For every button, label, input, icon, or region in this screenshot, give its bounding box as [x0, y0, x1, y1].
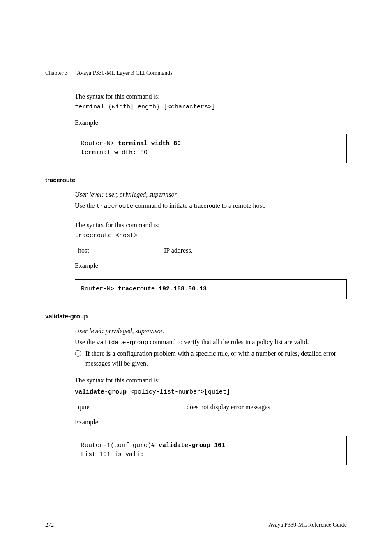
command-description: Use the validate-group command to verify… [75, 337, 347, 348]
param-name: quiet [78, 403, 185, 411]
param-desc: IP address. [164, 247, 193, 254]
syntax-code: traceroute <host> [75, 231, 347, 240]
param-row: quiet does not display error messages [78, 403, 347, 411]
info-text: If there is a configuration problem with… [85, 350, 336, 366]
syntax-label: The syntax for this command is: [75, 220, 347, 230]
desc-post: command to initiate a traceroute to a re… [133, 202, 265, 209]
chapter-label: Chapter 3 [45, 70, 68, 76]
example-label: Example: [75, 417, 347, 427]
param-name: host [78, 247, 162, 254]
user-level: User level: user, privileged, supervisor [75, 190, 347, 199]
code-prompt: Router-N> [81, 140, 118, 147]
desc-post: command to verify that all the rules in … [148, 339, 309, 345]
param-desc: does not display error messages [187, 403, 270, 410]
section-heading-traceroute: traceroute [45, 176, 347, 183]
code-output: List 101 is valid [81, 451, 144, 458]
code-example: Router-N> traceroute 192.168.50.13 [75, 279, 347, 299]
desc-pre: Use the [75, 202, 96, 209]
example-label: Example: [75, 119, 347, 127]
user-level: User level: privileged, supervisor. [75, 326, 347, 336]
code-command: validate-group 101 [159, 442, 225, 449]
desc-pre: Use the [75, 339, 96, 345]
page-footer: 272 Avaya P330-ML Reference Guide [45, 519, 347, 528]
example-label: Example: [75, 261, 347, 270]
code-command: terminal width 80 [118, 140, 181, 147]
desc-cmd: validate-group [96, 339, 148, 346]
syntax-code: validate-group <policy-list-number>[quie… [75, 387, 347, 397]
code-command: traceroute 192.168.50.13 [118, 286, 207, 292]
section-heading-validate-group: validate-group [45, 313, 347, 320]
syntax-code: terminal {width|length} [<characters>] [75, 103, 347, 112]
syntax-label: The syntax for this command is: [75, 375, 347, 385]
syntax-bold: validate-group [75, 389, 127, 396]
page-content: Chapter 3 Avaya P330-ML Layer 3 CLI Comm… [0, 0, 392, 465]
syntax-label: The syntax for this command is: [75, 92, 347, 101]
code-output: terminal width: 80 [81, 149, 148, 156]
page-header: Chapter 3 Avaya P330-ML Layer 3 CLI Comm… [45, 69, 347, 79]
code-example: Router-1(configure)# validate-group 101 … [75, 436, 347, 465]
code-example: Router-N> terminal width 80 terminal wid… [75, 134, 347, 163]
info-icon: ⓘ [75, 349, 81, 358]
chapter-title: Avaya P330-ML Layer 3 CLI Commands [77, 70, 173, 76]
code-prompt: Router-N> [81, 286, 118, 292]
page-number: 272 [45, 522, 54, 528]
command-description: Use the traceroute command to initiate a… [75, 201, 347, 211]
footer-title: Avaya P330-ML Reference Guide [268, 522, 347, 528]
code-prompt: Router-1(configure)# [81, 442, 159, 449]
syntax-rest: <policy-list-number>[quiet] [127, 389, 230, 396]
info-note: ⓘ If there is a configuration problem wi… [75, 349, 347, 368]
desc-cmd: traceroute [96, 203, 133, 210]
param-row: host IP address. [78, 247, 347, 254]
